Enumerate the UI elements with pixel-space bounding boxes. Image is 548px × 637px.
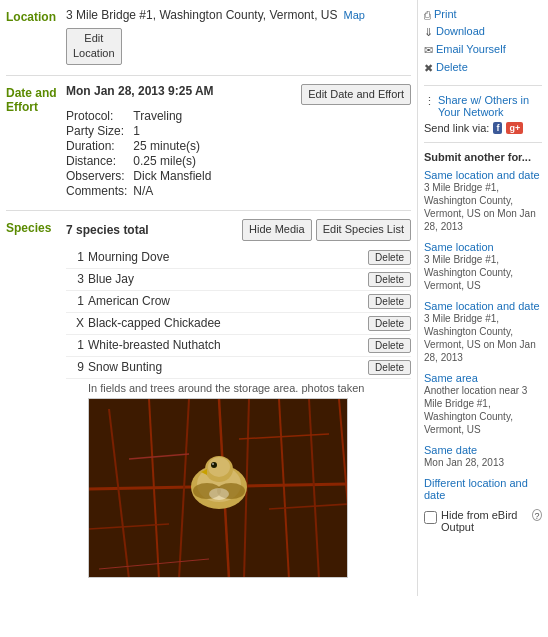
comments-label: Comments: <box>66 184 127 198</box>
edit-date-effort-button[interactable]: Edit Date and Effort <box>301 84 411 105</box>
duration-value: 25 minute(s) <box>133 139 411 153</box>
comments-value: N/A <box>133 184 411 198</box>
delete-chickadee-button[interactable]: Delete <box>368 316 411 331</box>
sidebar-divider-2 <box>424 142 542 143</box>
delete-mourning-dove-button[interactable]: Delete <box>368 250 411 265</box>
svg-point-20 <box>208 457 230 477</box>
submit-same-location-date: Same location and date 3 Mile Bridge #1,… <box>424 169 542 233</box>
snow-bunting-notes: In fields and trees around the storage a… <box>66 379 411 398</box>
delete-link[interactable]: Delete <box>436 61 468 73</box>
same-location-date-link[interactable]: Same location and date <box>424 169 542 181</box>
email-yourself-link[interactable]: Email Yourself <box>436 43 506 55</box>
hide-ebird-section: Hide from eBird Output ? <box>424 509 542 533</box>
submit-same-location-date2: Same location and date 3 Mile Bridge #1,… <box>424 300 542 364</box>
species-count: 7 species total <box>66 223 149 237</box>
facebook-icon[interactable]: f <box>493 122 502 134</box>
table-row: X Black-capped Chickadee Delete <box>66 313 411 335</box>
svg-point-24 <box>209 488 229 500</box>
species-name-4: Black-capped Chickadee <box>88 316 364 330</box>
species-name-6: Snow Bunting <box>88 360 364 374</box>
share-link[interactable]: Share w/ Others in Your Network <box>438 94 542 118</box>
species-name-1: Mourning Dove <box>88 250 364 264</box>
delete-nuthatch-button[interactable]: Delete <box>368 338 411 353</box>
location-value: 3 Mile Bridge #1, Washington County, Ver… <box>66 8 337 22</box>
svg-point-22 <box>212 463 214 465</box>
party-size-value: 1 <box>133 124 411 138</box>
same-location-date2-sub: 3 Mile Bridge #1, Washington County, Ver… <box>424 312 542 364</box>
species-count-3: 1 <box>66 294 84 308</box>
delete-american-crow-button[interactable]: Delete <box>368 294 411 309</box>
download-link[interactable]: Download <box>436 25 485 37</box>
species-count-1: 1 <box>66 250 84 264</box>
same-location-date-sub: 3 Mile Bridge #1, Washington County, Ver… <box>424 181 542 233</box>
species-count-4: X <box>66 316 84 330</box>
distance-label: Distance: <box>66 154 127 168</box>
protocol-label: Protocol: <box>66 109 127 123</box>
same-location-sub: 3 Mile Bridge #1, Washington County, Ver… <box>424 253 542 292</box>
submit-diff-location-date: Different location and date <box>424 477 542 501</box>
hide-ebird-checkbox[interactable] <box>424 511 437 524</box>
observers-value: Dick Mansfield <box>133 169 411 183</box>
date-effort-label: Date and Effort <box>6 84 66 114</box>
send-link-label: Send link via: <box>424 122 489 134</box>
species-name-5: White-breasted Nuthatch <box>88 338 364 352</box>
download-icon: ⇓ <box>424 26 433 39</box>
svg-point-21 <box>211 462 217 468</box>
same-date-sub: Mon Jan 28, 2013 <box>424 456 542 469</box>
table-row: 3 Blue Jay Delete <box>66 269 411 291</box>
help-icon[interactable]: ? <box>532 509 542 521</box>
same-area-sub: Another location near 3 Mile Bridge #1, … <box>424 384 542 436</box>
submit-same-location: Same location 3 Mile Bridge #1, Washingt… <box>424 241 542 292</box>
print-icon: ⎙ <box>424 9 431 21</box>
party-size-label: Party Size: <box>66 124 127 138</box>
species-label: Species <box>6 219 66 235</box>
share-icon: ⋮ <box>424 95 435 108</box>
species-name-3: American Crow <box>88 294 364 308</box>
same-location-link[interactable]: Same location <box>424 241 542 253</box>
hide-ebird-text: Hide from eBird Output <box>441 509 528 533</box>
species-count-2: 3 <box>66 272 84 286</box>
edit-species-list-button[interactable]: Edit Species List <box>316 219 411 240</box>
species-count-6: 9 <box>66 360 84 374</box>
table-row: 1 Mourning Dove Delete <box>66 247 411 269</box>
hide-media-button[interactable]: Hide Media <box>242 219 312 240</box>
googleplus-icon[interactable]: g+ <box>506 122 523 134</box>
sidebar-divider-1 <box>424 85 542 86</box>
print-link[interactable]: Print <box>434 8 457 20</box>
protocol-value: Traveling <box>133 109 411 123</box>
email-icon: ✉ <box>424 44 433 57</box>
date-value: Mon Jan 28, 2013 9:25 AM <box>66 84 214 98</box>
diff-location-date-link[interactable]: Different location and date <box>424 477 542 501</box>
edit-location-button[interactable]: Edit Location <box>66 28 122 65</box>
map-link[interactable]: Map <box>343 9 364 21</box>
species-name-2: Blue Jay <box>88 272 364 286</box>
bird-photo <box>88 398 348 578</box>
submit-same-area: Same area Another location near 3 Mile B… <box>424 372 542 436</box>
delete-snow-bunting-button[interactable]: Delete <box>368 360 411 375</box>
table-row: 9 Snow Bunting Delete <box>66 357 411 379</box>
delete-icon: ✖ <box>424 62 433 75</box>
location-label: Location <box>6 8 66 24</box>
species-count-5: 1 <box>66 338 84 352</box>
duration-label: Duration: <box>66 139 127 153</box>
submit-another-label: Submit another for... <box>424 151 542 163</box>
same-area-link[interactable]: Same area <box>424 372 542 384</box>
delete-blue-jay-button[interactable]: Delete <box>368 272 411 287</box>
observers-label: Observers: <box>66 169 127 183</box>
table-row: 1 White-breasted Nuthatch Delete <box>66 335 411 357</box>
table-row: 1 American Crow Delete <box>66 291 411 313</box>
distance-value: 0.25 mile(s) <box>133 154 411 168</box>
same-date-link[interactable]: Same date <box>424 444 542 456</box>
submit-same-date: Same date Mon Jan 28, 2013 <box>424 444 542 469</box>
same-location-date2-link[interactable]: Same location and date <box>424 300 542 312</box>
